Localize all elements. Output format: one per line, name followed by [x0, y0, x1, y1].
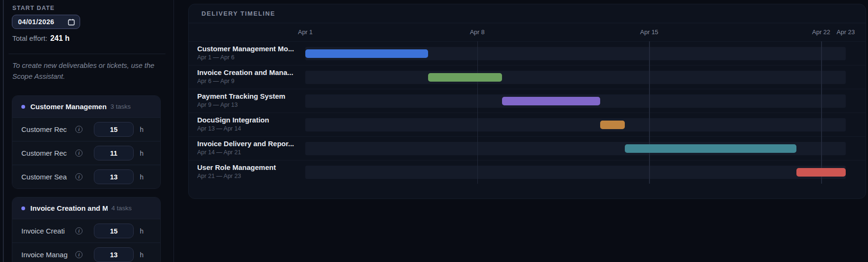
- gantt-bar[interactable]: [428, 73, 502, 82]
- gantt-track: [305, 166, 846, 179]
- gantt-row: Customer Management Mo...Apr 1 — Apr 6: [189, 41, 866, 65]
- timeline-header: DELIVERY TIMELINE: [189, 4, 866, 23]
- deliverable-dot-icon: [21, 206, 25, 210]
- gantt-row: Invoice Delivery and Repor...Apr 14 — Ap…: [189, 136, 866, 160]
- task-hours-input[interactable]: [94, 224, 134, 238]
- task-label: Customer Sea: [21, 173, 72, 181]
- task-row: Invoice Creatiih: [12, 219, 160, 243]
- hours-unit-label: h: [140, 150, 144, 157]
- info-icon[interactable]: i: [75, 150, 82, 157]
- gantt-row-labels: Customer Management Mo...Apr 1 — Apr 6: [197, 44, 311, 61]
- task-row: Invoice Managih: [12, 243, 160, 262]
- axis-tick-label: Apr 8: [470, 23, 484, 41]
- deliverable-task-count: 3 tasks: [110, 103, 131, 110]
- gantt-row-labels: Payment Tracking SystemApr 9 — Apr 13: [197, 92, 311, 109]
- timeline-axis: Apr 1Apr 8Apr 15Apr 22Apr 23: [189, 23, 866, 41]
- task-hours-input[interactable]: [94, 247, 134, 262]
- gantt-row-title: Invoice Creation and Mana...: [197, 68, 310, 77]
- gantt-row-labels: Invoice Delivery and Repor...Apr 14 — Ap…: [197, 139, 311, 156]
- gantt-row-dates: Apr 14 — Apr 21: [197, 149, 311, 156]
- gantt-track: [305, 118, 846, 131]
- gantt-rows: Customer Management Mo...Apr 1 — Apr 6In…: [189, 41, 866, 184]
- gantt-gridline: [821, 41, 822, 184]
- deliverable-card-header: Invoice Creation and M4 tasks: [12, 197, 160, 219]
- axis-tick-label: Apr 15: [640, 23, 658, 41]
- gantt-row-title: DocuSign Integration: [197, 115, 310, 124]
- gantt-row-title: Payment Tracking System: [197, 92, 310, 101]
- task-row: Customer Seaih: [12, 165, 160, 188]
- task-label: Invoice Manag: [21, 251, 72, 259]
- gantt-row: Payment Tracking SystemApr 9 — Apr 13: [189, 89, 866, 112]
- task-hours-input[interactable]: [94, 146, 134, 160]
- delivery-timeline-panel: DELIVERY TIMELINE Apr 1Apr 8Apr 15Apr 22…: [188, 4, 866, 199]
- task-hours-input[interactable]: [94, 169, 134, 184]
- sidebar-divider: [9, 54, 165, 54]
- gantt-row-labels: DocuSign IntegrationApr 13 — Apr 14: [197, 115, 311, 132]
- gantt-bar[interactable]: [502, 97, 600, 105]
- gantt-row-labels: User Role ManagementApr 21 — Apr 23: [197, 163, 311, 180]
- gantt-row-title: Invoice Delivery and Repor...: [197, 139, 310, 148]
- deliverable-card: Invoice Creation and M4 tasksInvoice Cre…: [12, 197, 161, 262]
- gantt-row-dates: Apr 21 — Apr 23: [197, 172, 311, 180]
- deliverable-title: Customer Managemen: [30, 103, 107, 111]
- gantt-bar[interactable]: [305, 49, 428, 58]
- task-hours-input[interactable]: [94, 122, 134, 137]
- deliverable-card: Customer Managemen3 tasksCustomer RecihC…: [12, 95, 161, 189]
- gantt-row-dates: Apr 1 — Apr 6: [197, 54, 311, 61]
- gantt-row-dates: Apr 13 — Apr 14: [197, 125, 311, 132]
- total-effort: Total effort:241 h: [12, 34, 70, 43]
- info-icon[interactable]: i: [75, 173, 82, 180]
- task-row: Customer Recih: [12, 141, 160, 165]
- gantt-gridline: [477, 41, 478, 184]
- gantt-row-dates: Apr 9 — Apr 13: [197, 101, 311, 109]
- gantt-row-title: User Role Management: [197, 163, 310, 172]
- deliverable-cards: Customer Managemen3 tasksCustomer RecihC…: [12, 95, 161, 262]
- hours-unit-label: h: [140, 227, 144, 235]
- gantt-gridline: [649, 41, 650, 184]
- gantt-bar[interactable]: [625, 144, 797, 153]
- task-label: Invoice Creati: [21, 227, 72, 235]
- gantt-bar[interactable]: [600, 121, 625, 129]
- task-label: Customer Rec: [21, 149, 72, 157]
- deliverable-title: Invoice Creation and M: [30, 204, 108, 212]
- scope-assistant-note: To create new deliverables or tickets, u…: [12, 60, 163, 82]
- start-date-input[interactable]: [12, 15, 80, 29]
- deliverable-dot-icon: [21, 105, 25, 109]
- gantt-row-labels: Invoice Creation and Mana...Apr 6 — Apr …: [197, 68, 311, 85]
- info-icon[interactable]: i: [75, 227, 82, 234]
- task-label: Customer Rec: [21, 125, 72, 133]
- gantt-row-dates: Apr 6 — Apr 9: [197, 77, 311, 85]
- calendar-icon[interactable]: [68, 19, 75, 26]
- axis-tick-label: Apr 1: [298, 23, 312, 41]
- start-date-label: START DATE: [12, 5, 55, 11]
- gantt-row: DocuSign IntegrationApr 13 — Apr 14: [189, 112, 866, 136]
- timeline-title: DELIVERY TIMELINE: [201, 10, 275, 17]
- axis-tick-label: Apr 22: [812, 23, 830, 41]
- gantt-row: User Role ManagementApr 21 — Apr 23: [189, 160, 866, 184]
- gantt-track: [305, 71, 846, 84]
- hours-unit-label: h: [140, 251, 144, 259]
- deliverable-card-header: Customer Managemen3 tasks: [12, 96, 160, 117]
- scope-sidebar: START DATE Total effort:241 h To create …: [0, 0, 174, 262]
- hours-unit-label: h: [140, 126, 144, 133]
- gantt-bar[interactable]: [796, 168, 846, 177]
- deliverable-task-count: 4 tasks: [111, 205, 132, 212]
- total-effort-label: Total effort:: [12, 34, 47, 42]
- gantt-row-title: Customer Management Mo...: [197, 44, 310, 53]
- task-row: Customer Recih: [12, 117, 160, 141]
- gantt-row: Invoice Creation and Mana...Apr 6 — Apr …: [189, 65, 866, 89]
- total-effort-value: 241 h: [50, 34, 70, 42]
- info-icon[interactable]: i: [75, 126, 82, 133]
- hours-unit-label: h: [140, 173, 144, 181]
- start-date-value[interactable]: [18, 18, 68, 26]
- info-icon[interactable]: i: [75, 251, 82, 258]
- axis-tick-label: Apr 23: [837, 23, 855, 41]
